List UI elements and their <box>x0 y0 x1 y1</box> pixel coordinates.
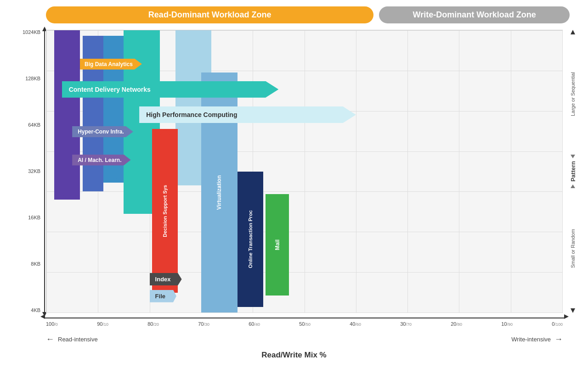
zone-labels: Read-Dominant Workload Zone Write-Domina… <box>46 6 570 23</box>
pattern-arrow-up <box>571 30 575 34</box>
x-axis-arrow-right <box>564 314 569 319</box>
x-tick-0: 0/100 <box>552 321 563 328</box>
decision-support-bar: Decision Support Sys <box>152 129 178 293</box>
read-dominant-zone: Read-Dominant Workload Zone <box>46 6 373 23</box>
pattern-middle-label: Pattern <box>570 161 577 182</box>
x-axis-arrow-left <box>40 314 45 319</box>
pattern-large-label: Large or Sequential <box>570 34 576 154</box>
x-axis-ticks: 100/0 90/10 80/20 70/30 60/40 50/50 40/6… <box>46 321 563 328</box>
y-axis-line <box>44 30 45 313</box>
x-tick-30: 30/70 <box>400 321 412 328</box>
chart-area: Big Data Analytics Content Delivery Netw… <box>46 30 563 313</box>
read-intensive-label: Read-intensive <box>58 336 98 343</box>
write-dominant-zone: Write-Dominant Workload Zone <box>379 6 570 23</box>
index-label: Index <box>150 273 182 285</box>
y-label-32kb: 32KB <box>28 169 40 174</box>
x-tick-70: 70/30 <box>198 321 209 328</box>
x-tick-80: 80/20 <box>147 321 159 328</box>
pattern-axis: Large or Sequential Pattern Small or Ran… <box>562 30 583 313</box>
big-data-bar <box>54 30 80 200</box>
x-tick-100: 100/0 <box>46 321 58 328</box>
hpc-label: High Performance Computing <box>139 106 356 123</box>
grid-v-8 <box>459 30 459 312</box>
y-label-1024kb: 1024KB <box>23 30 40 35</box>
grid-v-6 <box>356 30 356 312</box>
ai-ml-label: AI / Mach. Learn. <box>72 155 130 166</box>
x-tick-90: 90/10 <box>97 321 108 328</box>
y-label-16kb: 16KB <box>28 215 40 220</box>
y-label-4kb: 4KB <box>31 308 40 313</box>
pattern-arrow-mid-up <box>571 184 575 188</box>
oltp-bar: Online Transaction Proc <box>237 172 263 307</box>
y-axis-labels: 1024KB 128KB 64KB 32KB 16KB 8KB 4KB <box>21 30 42 313</box>
grid-v-5 <box>305 30 305 312</box>
grid-h-7 <box>46 312 562 313</box>
y-label-128kb: 128KB <box>25 76 40 81</box>
hyper-conv-label: Hyper-Conv Infra. <box>72 126 133 137</box>
page-container: Read-Dominant Workload Zone Write-Domina… <box>0 0 588 368</box>
x-tick-60: 60/40 <box>249 321 260 328</box>
rw-labels: ← Read-intensive Write-intensive → <box>46 335 563 344</box>
x-axis-title: Read/Write Mix % <box>0 351 588 360</box>
grid-v-9 <box>511 30 511 312</box>
pattern-arrow-down <box>571 308 575 313</box>
x-tick-10: 10/90 <box>501 321 513 328</box>
pattern-arrow-mid-down <box>571 155 575 158</box>
cdn-label: Content Delivery Networks <box>62 81 279 98</box>
x-axis-line <box>44 318 565 318</box>
y-label-64kb: 64KB <box>28 123 40 128</box>
x-tick-20: 20/80 <box>451 321 462 328</box>
mail-bar: Mail <box>266 194 289 296</box>
y-label-8kb: 8KB <box>31 262 40 267</box>
file-label: File <box>150 290 176 302</box>
grid-v-0 <box>46 30 47 312</box>
x-tick-50: 50/50 <box>299 321 311 328</box>
grid-v-7 <box>407 30 408 312</box>
pattern-small-label: Small or Random <box>570 189 576 308</box>
write-intensive-label: Write-intensive <box>511 336 551 343</box>
big-data-label: Big Data Analytics <box>80 59 142 70</box>
x-tick-40: 40/60 <box>350 321 361 328</box>
